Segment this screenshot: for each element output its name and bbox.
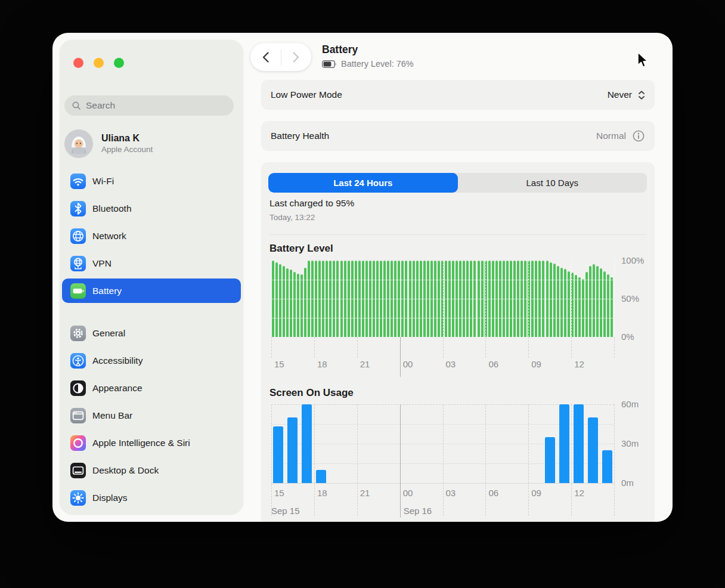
screen-usage-bar: [574, 404, 584, 483]
midnight-gridline: [400, 261, 401, 337]
battery-level-bar: [297, 274, 299, 337]
screen-on-usage-chart: 151821000306091260m30m0mSep 15Sep 16: [271, 404, 614, 483]
v-gridline: [443, 261, 444, 337]
tab-last-24-hours[interactable]: Last 24 Hours: [268, 173, 458, 193]
low-power-mode-value: Never: [608, 89, 632, 100]
screen-usage-bar: [316, 470, 326, 483]
battery-level-bar: [560, 268, 563, 337]
sidebar-item-label: Wi-Fi: [92, 176, 114, 187]
battery-level-bar: [585, 272, 588, 337]
search-input[interactable]: Search: [64, 95, 234, 116]
sidebar-item-appearance[interactable]: Appearance: [62, 376, 241, 400]
sidebar-item-label: Displays: [92, 493, 128, 503]
desktop-dock-icon: [70, 463, 86, 478]
back-button[interactable]: [250, 43, 281, 71]
accessibility-icon: [70, 353, 86, 369]
sidebar-item-wi-fi[interactable]: Wi-Fi: [62, 169, 241, 193]
v-gridline: [571, 404, 572, 516]
search-icon: [72, 101, 81, 110]
screen-usage-bar: [602, 450, 612, 483]
network-icon: [70, 228, 86, 244]
sidebar-item-battery[interactable]: Battery: [62, 278, 241, 303]
battery-level-bar: [557, 266, 559, 337]
v-gridline: [314, 261, 315, 337]
v-gridline: [443, 337, 444, 358]
y-tick-label: 50%: [621, 293, 639, 304]
page-header: Battery Battery Level: 76%: [322, 44, 414, 69]
info-icon[interactable]: [632, 129, 645, 143]
apple-intelligence-icon: [70, 435, 86, 451]
v-gridline: [271, 337, 272, 358]
sidebar-item-network[interactable]: Network: [62, 224, 241, 248]
battery-level-bar: [603, 271, 606, 337]
stepper-icon[interactable]: [638, 91, 645, 100]
x-tick-label: 15: [274, 359, 284, 369]
vpn-icon: [70, 256, 86, 271]
v-gridline: [357, 337, 358, 358]
sidebar: Search Uliana K Apple Acc: [60, 40, 243, 515]
close-window-button[interactable]: [73, 58, 83, 68]
sidebar-item-accessibility[interactable]: Accessibility: [62, 348, 241, 373]
battery-level-bar: [582, 279, 584, 337]
sidebar-item-label: General: [92, 328, 125, 339]
last-charged-title: Last charged to 95%: [269, 198, 354, 209]
v-gridline: [357, 404, 358, 516]
battery-health-row: Battery Health Normal: [261, 121, 655, 151]
v-gridline: [271, 404, 272, 516]
sidebar-item-apple-intelligence-siri[interactable]: Apple Intelligence & Siri: [62, 431, 241, 455]
sidebar-item-label: Menu Bar: [92, 410, 132, 421]
x-tick-label: 21: [360, 359, 370, 369]
account-row[interactable]: Uliana K Apple Account: [64, 127, 238, 160]
zoom-window-button[interactable]: [114, 58, 124, 68]
minimize-window-button[interactable]: [94, 58, 104, 68]
battery-level-bar: [575, 275, 577, 337]
menu-bar-icon: [70, 408, 86, 423]
sidebar-item-label: Appearance: [92, 383, 142, 394]
battery-level-bar: [300, 274, 303, 337]
sidebar-item-label: VPN: [92, 258, 111, 269]
sidebar-item-desktop-dock[interactable]: Desktop & Dock: [62, 458, 241, 482]
sidebar-item-label: Desktop & Dock: [92, 465, 159, 476]
y-tick-label: 60m: [621, 399, 639, 409]
v-gridline: [443, 404, 444, 516]
battery-level-bar: [286, 268, 289, 337]
battery-level-bar: [600, 268, 602, 337]
x-tick-label: 06: [488, 359, 498, 369]
sidebar-item-menu-bar[interactable]: Menu Bar: [62, 403, 241, 428]
time-range-segmented-control: Last 24 Hours Last 10 Days: [268, 173, 647, 193]
forward-button[interactable]: [281, 43, 311, 71]
screen-usage-bar: [287, 417, 298, 483]
y-tick-label: 0%: [621, 332, 634, 342]
last-charged-subtitle: Today, 13:22: [269, 213, 315, 222]
x-tick-label: 03: [446, 359, 456, 369]
battery-health-label: Battery Health: [271, 131, 329, 141]
system-settings-window: Search Uliana K Apple Acc: [52, 33, 673, 522]
midnight-gridline: [400, 337, 401, 377]
sidebar-item-label: Accessibility: [92, 355, 142, 366]
x-tick-label: 09: [531, 359, 541, 369]
sidebar-item-label: Battery: [92, 286, 122, 296]
screen-usage-bar: [588, 417, 598, 483]
screenshot-stage: Search Uliana K Apple Acc: [0, 0, 725, 588]
wifi-icon: [70, 174, 86, 189]
battery-level-bar: [568, 271, 570, 337]
v-gridline: [614, 337, 615, 358]
x-tick-label: 15: [274, 488, 284, 498]
sidebar-item-displays[interactable]: Displays: [62, 485, 241, 510]
v-gridline: [528, 261, 529, 337]
battery-level-icon: [322, 60, 337, 68]
x-tick-label: 18: [317, 359, 327, 369]
battery-usage-panel: Last 24 Hours Last 10 Days Last charged …: [261, 162, 655, 522]
v-gridline: [571, 337, 572, 358]
day-label: Sep 16: [404, 506, 432, 516]
x-tick-label: 00: [403, 488, 413, 498]
x-tick-label: 18: [317, 488, 327, 498]
x-tick-label: 12: [574, 488, 584, 498]
sidebar-item-bluetooth[interactable]: Bluetooth: [62, 196, 241, 221]
tab-last-10-days[interactable]: Last 10 Days: [458, 173, 647, 193]
y-tick-label: 0m: [621, 478, 634, 488]
v-gridline: [614, 261, 615, 337]
sidebar-item-vpn[interactable]: VPN: [62, 251, 241, 276]
battery-level-bar: [607, 274, 609, 337]
sidebar-item-general[interactable]: General: [62, 321, 241, 345]
